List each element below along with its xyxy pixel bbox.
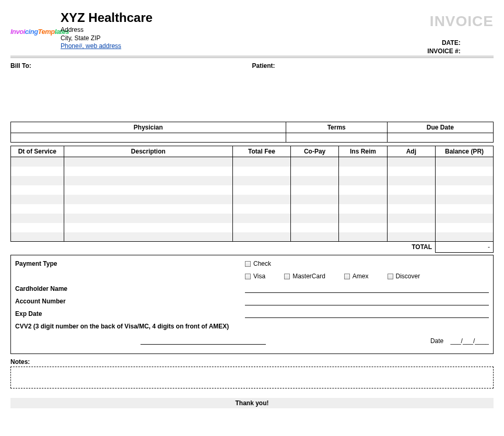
header-divider xyxy=(10,56,494,58)
payment-date-field[interactable]: ___/___/____ xyxy=(451,337,489,345)
payment-date-label: Date xyxy=(430,337,443,345)
invoice-header: InvoicingTemplates XYZ Healthcare Addres… xyxy=(10,10,494,54)
terms-header: Terms xyxy=(286,122,387,133)
checkbox-icon xyxy=(388,274,393,279)
invoice-title: INVOICE xyxy=(430,13,494,30)
signature-line[interactable] xyxy=(140,337,266,345)
exp-date-field[interactable] xyxy=(245,310,489,318)
table-row[interactable] xyxy=(11,223,494,232)
notes-label: Notes: xyxy=(10,358,494,366)
company-contact-link[interactable]: Phone#, web address xyxy=(61,42,121,50)
table-row[interactable] xyxy=(11,195,494,204)
cardholder-label: Cardholder Name xyxy=(15,285,245,292)
payment-section: Payment Type Check Visa MasterCard Amex … xyxy=(10,255,494,354)
terms-value[interactable] xyxy=(286,133,387,143)
checkbox-icon xyxy=(284,274,290,279)
info-table: Physician Terms Due Date xyxy=(10,122,494,143)
physician-header: Physician xyxy=(11,122,286,133)
col-copay: Co-Pay xyxy=(290,146,338,157)
table-row[interactable] xyxy=(11,204,494,214)
logo-icon: InvoicingTemplates xyxy=(10,21,57,42)
cvv-label: CVV2 (3 digit number on the back of Visa… xyxy=(15,323,489,330)
company-address-line1: Address xyxy=(61,26,494,34)
exp-date-label: Exp Date xyxy=(15,310,245,317)
line-items-table: Dt of Service Description Total Fee Co-P… xyxy=(10,146,494,253)
notes-field[interactable] xyxy=(10,367,494,388)
account-number-label: Account Number xyxy=(15,298,245,305)
table-row[interactable] xyxy=(11,232,494,242)
check-option-mastercard[interactable]: MasterCard xyxy=(284,273,325,280)
total-label: TOTAL xyxy=(11,242,436,253)
patient-label: Patient: xyxy=(252,62,494,69)
parties-row: Bill To: Patient: xyxy=(10,62,494,69)
table-row[interactable] xyxy=(11,167,494,176)
col-total-fee: Total Fee xyxy=(233,146,291,157)
duedate-header: Due Date xyxy=(387,122,493,133)
check-option-check[interactable]: Check xyxy=(245,260,271,267)
footer-thanks: Thank you! xyxy=(10,398,494,408)
date-label: DATE: xyxy=(424,39,461,46)
checkbox-icon xyxy=(245,261,251,267)
table-row[interactable] xyxy=(11,214,494,223)
check-option-visa[interactable]: Visa xyxy=(245,273,265,280)
col-ins-reim: Ins Reim xyxy=(339,146,387,157)
col-description: Description xyxy=(64,146,232,157)
physician-value[interactable] xyxy=(11,133,286,143)
invoice-meta: DATE: INVOICE #: xyxy=(424,39,494,56)
total-value: - xyxy=(436,242,494,253)
duedate-value[interactable] xyxy=(387,133,493,143)
col-balance: Balance (PR) xyxy=(436,146,494,157)
billto-label: Bill To: xyxy=(10,62,252,69)
table-row[interactable] xyxy=(11,157,494,167)
payment-type-label: Payment Type xyxy=(15,260,245,267)
check-option-amex[interactable]: Amex xyxy=(344,273,369,280)
invoice-number-label: INVOICE #: xyxy=(424,48,461,55)
checkbox-icon xyxy=(245,274,251,279)
account-number-field[interactable] xyxy=(245,297,489,305)
checkbox-icon xyxy=(344,274,350,279)
table-row[interactable] xyxy=(11,176,494,185)
check-option-discover[interactable]: Discover xyxy=(388,273,420,280)
company-name: XYZ Healthcare xyxy=(61,10,494,25)
col-dt-service: Dt of Service xyxy=(11,146,64,157)
cardholder-field[interactable] xyxy=(245,285,489,293)
table-row[interactable] xyxy=(11,185,494,195)
col-adj: Adj xyxy=(387,146,435,157)
